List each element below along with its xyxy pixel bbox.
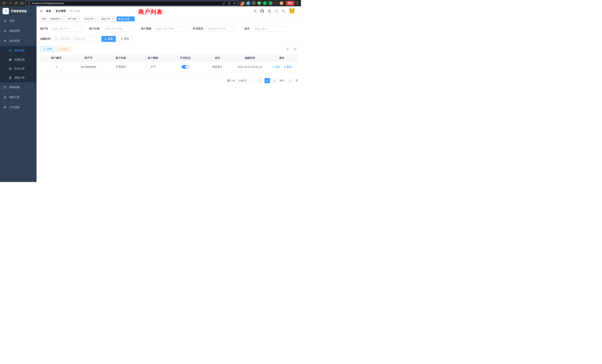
close-icon[interactable]: [77, 18, 80, 20]
sidebar-item-dev-tools[interactable]: 研发工具: [0, 92, 36, 102]
remark-input[interactable]: [252, 26, 288, 32]
sidebar-item-payment[interactable]: ¥ 支付管理: [0, 36, 36, 46]
home-icon[interactable]: [20, 1, 24, 6]
sidebar-item-refund-orders[interactable]: 退款订单: [0, 73, 36, 82]
help-icon[interactable]: [268, 10, 271, 13]
tab-user-group[interactable]: 用户分组: [66, 17, 82, 21]
plus-icon: [43, 48, 46, 50]
reset-button-label: 重置: [124, 37, 129, 41]
trash-icon: [284, 66, 286, 68]
status-select[interactable]: [205, 26, 236, 32]
breadcrumb-item[interactable]: 支付管理: [55, 10, 66, 13]
app-logo[interactable]: 芋道管理系统: [0, 6, 36, 16]
search-icon[interactable]: [253, 10, 257, 13]
browser-chrome: localhost:1024/pay/merchant 10 更新: [0, 0, 301, 6]
refresh-icon: [121, 38, 123, 40]
merchant-no-label: 商户号: [40, 27, 48, 30]
extension-icon[interactable]: [274, 1, 278, 5]
close-icon[interactable]: [94, 18, 97, 20]
browser-extensions: 10: [239, 1, 285, 5]
browser-menu-icon[interactable]: [295, 2, 299, 5]
sidebar-item-app-info[interactable]: 应用信息: [0, 55, 36, 64]
chevron-down-icon: [31, 96, 33, 98]
page-number-button[interactable]: 1: [265, 78, 270, 83]
extension-icon[interactable]: [252, 1, 256, 5]
tab-label: 退款订单: [101, 17, 110, 21]
sidebar-item-workflow[interactable]: 工作流程: [0, 102, 36, 112]
cell-merchant-no: M233666999: [73, 65, 105, 68]
browser-update-button[interactable]: 更新: [286, 1, 294, 6]
date-start-placeholder[interactable]: 开始日期: [60, 37, 70, 41]
refresh-table-button[interactable]: [292, 46, 298, 52]
tab-label: 商户信息: [121, 17, 129, 21]
info-icon[interactable]: [28, 2, 31, 5]
breadcrumb-item[interactable]: 首页: [46, 10, 51, 13]
app-title: 芋道管理系统: [11, 10, 27, 13]
date-end-placeholder[interactable]: 结束日期: [75, 37, 85, 41]
close-icon[interactable]: [111, 18, 114, 20]
star-icon[interactable]: [233, 2, 236, 5]
user-menu[interactable]: [289, 8, 298, 14]
cell-short-name: 芋艿: [137, 65, 169, 69]
forward-icon[interactable]: [8, 1, 13, 6]
sidebar-item-label: 退款订单: [14, 76, 33, 79]
tab-refund-orders[interactable]: 退款订单: [100, 17, 116, 21]
sidebar-item-label: 系统管理: [9, 29, 29, 33]
extension-icon[interactable]: [269, 1, 272, 5]
search-button-label: 搜索: [108, 37, 113, 41]
sidebar-item-home[interactable]: 首页: [0, 16, 36, 26]
share-icon[interactable]: [228, 2, 231, 5]
active-dot: [118, 18, 120, 20]
tab-payment-orders[interactable]: 支付订单: [83, 17, 99, 21]
breadcrumb: 首页 / 支付管理 / 商户信息: [46, 10, 80, 13]
delete-link[interactable]: 删除: [284, 65, 292, 69]
sidebar-item-payment-orders[interactable]: 支付订单: [0, 64, 36, 73]
extension-icon[interactable]: [263, 1, 267, 5]
prev-page-button[interactable]: [257, 78, 263, 83]
toggle-search-button[interactable]: [285, 46, 290, 52]
back-icon[interactable]: [2, 1, 7, 6]
full-name-input[interactable]: [102, 26, 132, 32]
goto-unit: 页: [296, 79, 298, 82]
add-button[interactable]: 新增: [40, 46, 55, 52]
extension-icon[interactable]: [246, 1, 250, 5]
short-name-input[interactable]: [154, 26, 184, 32]
sidebar-item-system[interactable]: 系统管理: [0, 26, 36, 36]
tab-process-form[interactable]: 流程表单: [49, 17, 65, 21]
extension-icon[interactable]: [258, 1, 261, 5]
edit-link[interactable]: 修改: [272, 65, 280, 69]
reload-icon[interactable]: [14, 1, 19, 6]
address-bar[interactable]: localhost:1024/pay/merchant: [26, 1, 238, 6]
page-size-select[interactable]: 10条/页: [237, 78, 255, 83]
fullscreen-icon[interactable]: [275, 10, 278, 13]
close-icon[interactable]: [61, 18, 63, 20]
reset-button[interactable]: 重置: [118, 36, 132, 42]
key-icon[interactable]: [223, 2, 226, 5]
tab-merchant-info[interactable]: 商户信息: [117, 17, 135, 21]
url-text[interactable]: localhost:1024/pay/merchant: [32, 2, 64, 5]
yen-icon: ¥: [3, 39, 7, 43]
next-page-button[interactable]: [272, 78, 278, 83]
sidebar-item-merchant-info[interactable]: 商户信息: [0, 46, 36, 55]
delete-link-label: 删除: [287, 65, 292, 69]
text-size-icon[interactable]: [282, 10, 285, 13]
tab-home[interactable]: 首页: [40, 17, 48, 21]
date-range-picker[interactable]: 开始日期 - 结束日期: [53, 36, 97, 42]
total-label: 共 1 条: [227, 79, 235, 82]
export-button[interactable]: 导出: [56, 46, 71, 52]
user-avatar: [289, 8, 295, 14]
extension-icon[interactable]: 10: [241, 1, 245, 5]
sidebar: 芋道管理系统 首页 系统管理 ¥ 支付管理 商户信息 应用信息: [0, 6, 36, 182]
goto-page-input[interactable]: [286, 78, 294, 83]
github-icon[interactable]: [260, 10, 264, 13]
hamburger-icon[interactable]: [40, 9, 43, 13]
merchant-no-input[interactable]: [50, 26, 81, 32]
profile-avatar-icon[interactable]: [280, 1, 283, 5]
pagination: 共 1 条 10条/页 1 前往 页: [40, 78, 298, 83]
dashboard-icon: [3, 20, 7, 22]
close-icon[interactable]: [130, 18, 133, 20]
status-toggle[interactable]: [182, 65, 189, 69]
sidebar-item-infrastructure[interactable]: 基础设施: [0, 82, 36, 92]
search-button[interactable]: 搜索: [101, 36, 116, 42]
column-header: 操作: [266, 56, 298, 60]
